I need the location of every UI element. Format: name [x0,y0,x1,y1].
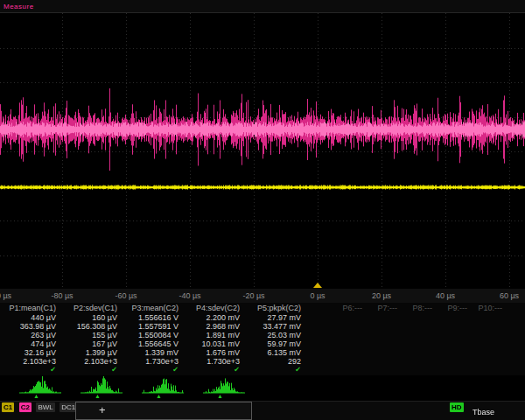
measure-status-check: ✔ [0,366,61,374]
measure-value: 6.135 mV [245,348,306,357]
measure-header-p8[interactable]: P8:--- [402,303,438,313]
timebase-row1: HD Tbase [450,402,525,418]
measure-value [368,357,402,366]
measure-value: 156.308 µV [61,322,122,331]
measure-value [472,322,508,331]
waveform-grid[interactable] [0,12,525,289]
waveform-canvas[interactable] [0,13,525,290]
measure-value: 27.97 mV [245,313,306,322]
measure-status-empty [438,366,472,374]
measure-header-p7[interactable]: P7:--- [368,303,402,313]
histicon-canvas [142,376,184,394]
measure-value [438,340,472,348]
measure-header-p3[interactable]: P3:mean(C2) [122,303,184,313]
measure-value: 363.98 µV [0,322,61,331]
histicon-canvas [19,376,61,394]
c1-channel-chip[interactable]: C1 [2,402,14,412]
time-axis-label: 60 µs [500,291,519,300]
measure-status-empty [306,366,368,374]
measure-value [438,348,472,357]
measure-value: 1.339 mV [122,348,184,357]
measure-value: 1.730e+3 [122,357,184,366]
measure-value [438,357,472,366]
measure-value: 2.103e+3 [61,357,122,366]
measure-value: 160 µV [61,313,122,322]
measure-value: 440 µV [0,313,61,322]
time-axis-label: 40 µs [436,291,455,300]
histicon-p4[interactable]: ▲ [203,376,245,401]
measure-value: 32.16 µV [0,348,61,357]
measure-header-p1[interactable]: P1:mean(C1) [0,303,61,313]
measure-value [306,313,368,322]
measure-value [472,340,508,348]
measure-value [438,331,472,340]
measure-header-p6[interactable]: P6:--- [306,303,368,313]
measure-value [306,348,368,357]
time-axis-label: -40 µs [178,291,200,300]
measure-value: 59.97 mV [245,340,306,348]
measure-value [306,340,368,348]
top-left-indicator: Measure [4,3,34,10]
bandwidth-limit-chip[interactable]: BWL [36,402,54,412]
measure-value: 10.031 mV [184,340,245,348]
tbase-label: Tbase [472,408,494,416]
measure-value: 2.200 mV [184,313,245,322]
measure-value: 155 µV [61,331,122,340]
measure-value [472,348,508,357]
hist-marker-icon: ▲ [33,393,39,400]
add-trace-box[interactable]: + [75,402,252,420]
measure-header-p9[interactable]: P9:--- [438,303,472,313]
measure-value: 1.399 µV [61,348,122,357]
measure-value [472,313,508,322]
timebase-descriptor[interactable]: HD Tbase 13 Bits 20.0 µs [450,402,525,420]
measure-value [306,322,368,331]
histicon-canvas [203,376,245,394]
measure-value: 33.477 mV [245,322,306,331]
measure-value: 292 [245,357,306,366]
measure-value [402,313,438,322]
measure-status-check: ✔ [184,366,245,374]
measure-value [368,348,402,357]
measure-table: P1:mean(C1)P2:sdev(C1)P3:mean(C2)P4:sdev… [0,303,525,375]
measure-value: 2.103e+3 [0,357,61,366]
hist-marker-icon: ▲ [94,393,101,400]
measure-header-p10[interactable]: P10:--- [472,303,508,313]
measure-header-p5[interactable]: P5:pkpk(C2) [245,303,306,313]
measure-value [402,340,438,348]
time-axis-label: -80 µs [51,291,73,300]
time-axis-label: -60 µs [115,291,136,300]
measure-value [402,348,438,357]
hist-marker-icon: ▲ [156,393,162,400]
trigger-time-marker[interactable] [313,283,322,288]
measure-value: 2.968 mV [184,322,245,331]
measure-value [306,331,368,340]
histicon-p1[interactable]: ▲ [19,376,61,401]
measure-value: 1.550084 V [122,331,184,340]
measure-value: 263 µV [0,331,61,340]
measure-value [368,340,402,348]
histicon-p2[interactable]: ▲ [80,376,122,401]
plus-icon[interactable]: + [99,404,106,416]
bottom-bar: C1 C2 BWL DC1M 0 mV 10.0 mV + HD Tbase 1… [0,401,525,420]
measure-status-empty [368,366,402,374]
measure-value [438,322,472,331]
c2-channel-chip[interactable]: C2 [19,402,32,412]
measure-value: 1.556645 V [122,340,184,348]
measure-header-p2[interactable]: P2:sdev(C1) [61,303,122,313]
time-axis-label: -100 µs [0,291,11,300]
histicon-p3[interactable]: ▲ [142,376,184,401]
hist-marker-icon: ▲ [217,393,223,400]
measure-value [368,322,402,331]
measure-status-empty [472,366,508,374]
measure-value [306,357,368,366]
measure-value [402,331,438,340]
measure-value [472,357,508,366]
measure-status-check: ✔ [61,366,122,374]
top-bar: Measure [0,0,525,12]
measure-status-empty [402,366,438,374]
measure-value [472,331,508,340]
measure-header-p4[interactable]: P4:sdev(C2) [184,303,245,313]
oscilloscope-screen: Measure -100 µs-80 µs-60 µs-40 µs-20 µs0… [0,0,525,420]
measure-value [368,331,402,340]
time-axis: -100 µs-80 µs-60 µs-40 µs-20 µs0 µs20 µs… [0,289,525,303]
